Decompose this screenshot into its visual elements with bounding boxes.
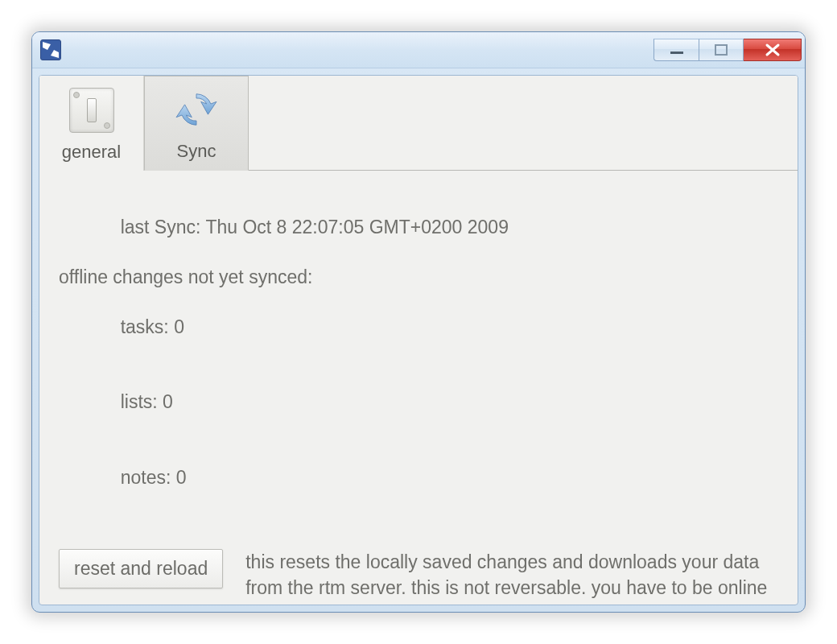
reset-reload-button[interactable]: reset and reload [59,549,223,588]
offline-heading: offline changes not yet synced: [59,265,778,290]
tab-general[interactable]: general [39,76,144,171]
maximize-button[interactable] [699,39,744,61]
sync-status: last Sync: Thu Oct 8 22:07:05 GMT+0200 2… [59,190,778,515]
app-window: general [31,31,806,613]
svg-rect-0 [670,52,683,54]
reset-description: this resets the locally saved changes an… [245,549,778,605]
close-button[interactable] [744,39,802,61]
tab-sync-label: Sync [177,141,216,162]
minimize-button[interactable] [654,39,699,61]
lists-label: lists: [121,391,158,412]
sync-panel: last Sync: Thu Oct 8 22:07:05 GMT+0200 2… [39,171,798,605]
last-sync-label: last Sync: [121,217,201,237]
tab-sync[interactable]: Sync [144,76,249,171]
notes-label: notes: [121,467,171,488]
svg-rect-1 [715,45,727,55]
tab-general-label: general [62,142,121,163]
titlebar [32,32,805,68]
client-area: general [39,75,798,605]
app-icon [40,39,61,60]
notes-count: 0 [176,467,187,488]
window-controls [654,39,802,61]
tab-bar: general [39,76,798,171]
tasks-label: tasks: [121,316,169,337]
tasks-count: 0 [174,316,184,337]
switch-icon [69,88,114,133]
last-sync-value: Thu Oct 8 22:07:05 GMT+0200 2009 [205,217,509,237]
lists-count: 0 [163,391,173,412]
sync-icon [173,86,220,133]
